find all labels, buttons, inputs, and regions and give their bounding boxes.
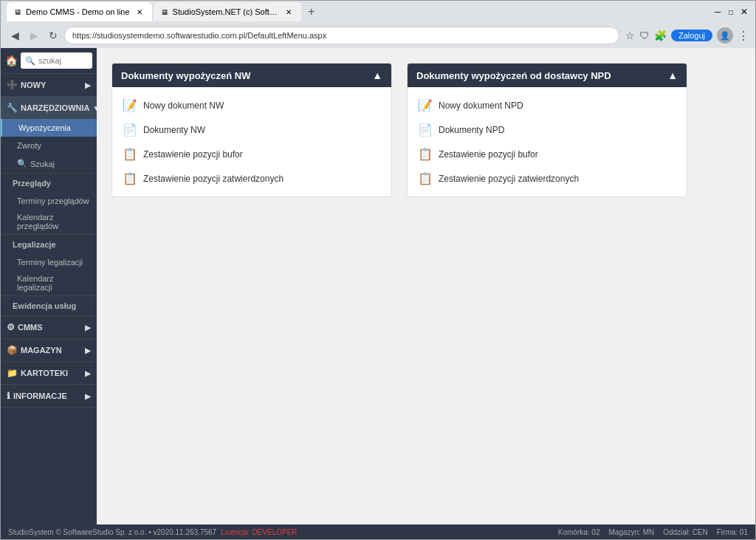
sidebar-section-kartoteki: 📁 KARTOTEKI ▶ — [1, 362, 97, 385]
cmms-label: CMMS — [18, 323, 43, 332]
sidebar-item-kalendarz-legalizacji[interactable]: Kalendarz legalizacji — [1, 270, 97, 295]
card-nw-item-0[interactable]: 📝 Nowy dokument NW — [117, 93, 387, 117]
browser-actions: ☆ 🛡 🧩 Zaloguj 👤 ⋮ — [625, 27, 749, 44]
sidebar-item-terminy-przegladow[interactable]: Terminy przeglądów — [1, 193, 97, 209]
login-button[interactable]: Zaloguj — [671, 30, 712, 41]
extensions-icon[interactable]: 🧩 — [654, 30, 667, 41]
profile-icon[interactable]: 👤 — [717, 27, 733, 44]
zestawienie-bufor-nw-icon: 📋 — [123, 147, 137, 161]
card-nw-item-3[interactable]: 📋 Zestawienie pozycji zatwierdzonych — [117, 166, 387, 191]
informacje-label: INFORMACJE — [13, 392, 67, 400]
nowy-arrow: ▶ — [85, 81, 91, 89]
sidebar-item-legalizacje[interactable]: Legalizacje — [1, 235, 97, 254]
status-left: StudioSystem © SoftwareStudio Sp. z o.o.… — [8, 528, 298, 536]
card-nw-item-2[interactable]: 📋 Zestawienie pozycji bufor — [117, 142, 387, 166]
magazyn-label: MAGAZYN — [21, 346, 62, 355]
sidebar-item-przeglady[interactable]: Przeglądy — [1, 174, 97, 193]
sidebar-item-szukaj[interactable]: 🔍 Szukaj — [1, 154, 97, 173]
card-npd-item-3[interactable]: 📋 Zestawienie pozycji zatwierdzonych — [412, 166, 682, 191]
browser-window: 🖥 Demo CMMS - Demo on line ✕ 🖥 StudioSys… — [0, 0, 756, 540]
card-npd-collapse-icon[interactable]: ▲ — [667, 69, 678, 81]
sidebar-section-narzedziownia: 🔧 NARZĘDZIOWNIA ▼ Wypożyczenia Zwroty 🔍 … — [1, 97, 97, 174]
szukaj-icon: 🔍 — [17, 159, 27, 168]
card-nw-title: Dokumenty wypożyczeń NW — [121, 70, 251, 81]
window-controls: ─ □ ✕ — [712, 7, 749, 17]
cmms-arrow: ▶ — [85, 324, 91, 332]
sidebar-item-kalendarz-przegladow[interactable]: Kalendarz przeglądów — [1, 209, 97, 234]
nowy-npd-label: Nowy dokument NPD — [439, 100, 523, 111]
kalendarz-przegladow-label: Kalendarz przeglądów — [17, 213, 58, 230]
home-icon[interactable]: 🏠 — [5, 55, 18, 66]
shield-icon[interactable]: 🛡 — [639, 30, 650, 41]
status-firma: Firma: 01 — [717, 528, 748, 536]
zestawienie-zatw-npd-label: Zestawienie pozycji zatwierdzonych — [439, 174, 579, 184]
szukaj-label: Szukaj — [30, 160, 55, 168]
card-nw-item-1[interactable]: 📄 Dokumenty NW — [117, 117, 387, 142]
tab-close-2[interactable]: ✕ — [284, 7, 294, 17]
sidebar: 🏠 🔍 szukaj ➕ NOWY ▶ 🔧 NARZĘDZIOWNIA — [1, 48, 97, 524]
card-nw-collapse-icon[interactable]: ▲ — [372, 69, 382, 81]
zestawienie-bufor-npd-label: Zestawienie pozycji bufor — [439, 149, 538, 160]
nowy-nw-icon: 📝 — [123, 98, 137, 112]
nowy-nw-label: Nowy dokument NW — [143, 100, 224, 111]
nowy-label: NOWY — [21, 81, 46, 89]
narzedziownia-label: NARZĘDZIOWNIA — [21, 103, 90, 112]
main-content: Dokumenty wypożyczeń NW ▲ 📝 Nowy dokumen… — [97, 48, 755, 524]
narzedziownia-icon: 🔧 — [7, 103, 18, 113]
nowy-icon: ➕ — [7, 80, 18, 90]
sidebar-section-legalizacje: Legalizacje Terminy legalizacji Kalendar… — [1, 235, 97, 296]
sidebar-header-informacje[interactable]: ℹ INFORMACJE ▶ — [1, 385, 97, 407]
browser-tab-2[interactable]: 🖥 StudioSystem.NET (c) SoftwareS... ✕ — [154, 2, 301, 21]
search-placeholder: szukaj — [38, 56, 61, 65]
card-nw-header: Dokumenty wypożyczeń NW ▲ — [112, 64, 391, 87]
win-maximize[interactable]: □ — [726, 7, 736, 17]
dokumenty-nw-label: Dokumenty NW — [143, 125, 205, 135]
more-options-icon[interactable]: ⋮ — [738, 29, 749, 43]
sidebar-header-narzedziownia[interactable]: 🔧 NARZĘDZIOWNIA ▼ — [1, 97, 97, 119]
card-npd-item-0[interactable]: 📝 Nowy dokument NPD — [412, 93, 682, 117]
card-npd-item-2[interactable]: 📋 Zestawienie pozycji bufor — [412, 142, 682, 166]
dokumenty-nw-icon: 📄 — [123, 123, 137, 137]
win-close[interactable]: ✕ — [739, 7, 749, 17]
kalendarz-legalizacji-label: Kalendarz legalizacji — [17, 274, 54, 292]
card-nw: Dokumenty wypożyczeń NW ▲ 📝 Nowy dokumen… — [111, 63, 392, 197]
status-bar: StudioSystem © SoftwareStudio Sp. z o.o.… — [1, 524, 755, 539]
zwroty-label: Zwroty — [17, 141, 41, 150]
sidebar-item-wypozyczenia[interactable]: Wypożyczenia — [1, 119, 97, 137]
magazyn-arrow: ▶ — [85, 346, 91, 355]
sidebar-header-nowy[interactable]: ➕ NOWY ▶ — [1, 74, 97, 96]
status-copyright: StudioSystem © SoftwareStudio Sp. z o.o.… — [8, 528, 216, 536]
sidebar-section-ewidencja: Ewidencja usług — [1, 296, 97, 316]
status-license: Licencja: DEVELOPER — [221, 528, 297, 536]
kartoteki-label: KARTOTEKI — [21, 369, 68, 377]
nav-forward[interactable]: ▶ — [26, 27, 42, 44]
tab-bar: 🖥 Demo CMMS - Demo on line ✕ 🖥 StudioSys… — [1, 1, 755, 23]
status-oddzial: Oddział: CEN — [663, 528, 708, 536]
tab-close-1[interactable]: ✕ — [134, 7, 145, 17]
cmms-icon: ⚙ — [7, 322, 15, 332]
card-npd-header: Dokumenty wypożyczeń od dostawcy NPD ▲ — [408, 64, 687, 87]
card-npd-item-1[interactable]: 📄 Dokumenty NPD — [412, 117, 682, 142]
sidebar-section-magazyn: 📦 MAGAZYN ▶ — [1, 339, 97, 362]
win-minimize[interactable]: ─ — [712, 7, 723, 17]
sidebar-header-magazyn[interactable]: 📦 MAGAZYN ▶ — [1, 339, 97, 361]
status-magazyn: Magazyn: MN — [609, 528, 655, 536]
kartoteki-icon: 📁 — [7, 368, 18, 378]
search-box[interactable]: 🔍 szukaj — [21, 52, 92, 69]
nav-refresh[interactable]: ↻ — [45, 27, 61, 44]
nav-back[interactable]: ◀ — [7, 27, 23, 44]
sidebar-item-ewidencja[interactable]: Ewidencja usług — [1, 296, 97, 315]
app-area: 🏠 🔍 szukaj ➕ NOWY ▶ 🔧 NARZĘDZIOWNIA — [1, 48, 755, 524]
sidebar-item-terminy-legalizacji[interactable]: Terminy legalizacji — [1, 254, 97, 270]
url-text: https://studiosystemdemo.softwarestudio.… — [72, 31, 326, 40]
star-icon[interactable]: ☆ — [625, 30, 635, 41]
sidebar-header-cmms[interactable]: ⚙ CMMS ▶ — [1, 316, 97, 338]
url-bar[interactable]: https://studiosystemdemo.softwarestudio.… — [64, 27, 619, 44]
zestawienie-bufor-npd-icon: 📋 — [418, 147, 433, 161]
sidebar-header-kartoteki[interactable]: 📁 KARTOTEKI ▶ — [1, 362, 97, 384]
zestawienie-zatw-nw-icon: 📋 — [123, 171, 137, 185]
kartoteki-arrow: ▶ — [85, 369, 91, 377]
tab-new-button[interactable]: + — [303, 3, 320, 21]
browser-tab-1[interactable]: 🖥 Demo CMMS - Demo on line ✕ — [7, 2, 152, 21]
sidebar-item-zwroty[interactable]: Zwroty — [1, 137, 97, 154]
